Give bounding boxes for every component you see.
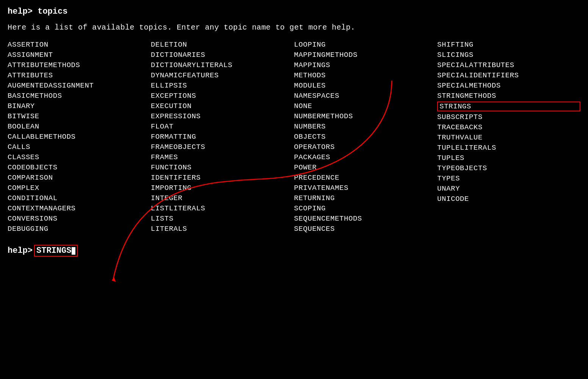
topics-col-4: SHIFTING SLICINGS SPECIALATTRIBUTES SPEC… (437, 40, 580, 233)
svg-marker-0 (111, 278, 116, 282)
topic-augmentedassignment[interactable]: AUGMENTEDASSIGNMENT (8, 81, 151, 90)
topic-contextmanagers[interactable]: CONTEXTMANAGERS (8, 204, 151, 213)
topic-shifting[interactable]: SHIFTING (437, 40, 580, 49)
topic-functions[interactable]: FUNCTIONS (151, 163, 294, 172)
topic-scoping[interactable]: SCOPING (294, 204, 437, 213)
text-cursor (72, 247, 75, 255)
topic-returning[interactable]: RETURNING (294, 194, 437, 203)
bottom-prompt-line: help> STRINGS (8, 245, 580, 257)
topic-basicmethods[interactable]: BASICMETHODS (8, 91, 151, 100)
topic-methods[interactable]: METHODS (294, 71, 437, 80)
topic-packages[interactable]: PACKAGES (294, 153, 437, 162)
strings-input-text: STRINGS (36, 246, 71, 255)
topic-attributemethods[interactable]: ATTRIBUTEMETHODS (8, 61, 151, 70)
topic-truthvalue[interactable]: TRUTHVALUE (437, 133, 580, 142)
topic-namespaces[interactable]: NAMESPACES (294, 91, 437, 100)
topic-identifiers[interactable]: IDENTIFIERS (151, 173, 294, 182)
strings-input-box[interactable]: STRINGS (34, 245, 78, 257)
topic-frameobjects[interactable]: FRAMEOBJECTS (151, 143, 294, 152)
topic-integer[interactable]: INTEGER (151, 194, 294, 203)
topic-mappingmethods[interactable]: MAPPINGMETHODS (294, 50, 437, 60)
topic-privatenames[interactable]: PRIVATENAMES (294, 183, 437, 193)
topics-grid: ASSERTION ASSIGNMENT ATTRIBUTEMETHODS AT… (8, 40, 580, 233)
topic-conversions[interactable]: CONVERSIONS (8, 214, 151, 223)
topic-conditional[interactable]: CONDITIONAL (8, 194, 151, 203)
topic-power[interactable]: POWER (294, 163, 437, 172)
topic-dynamicfeatures[interactable]: DYNAMICFEATURES (151, 71, 294, 80)
topic-specialmethods[interactable]: SPECIALMETHODS (437, 81, 580, 90)
topic-tracebacks[interactable]: TRACEBACKS (437, 123, 580, 132)
topic-frames[interactable]: FRAMES (151, 153, 294, 162)
topic-assignment[interactable]: ASSIGNMENT (8, 50, 151, 60)
topic-numbers[interactable]: NUMBERS (294, 122, 437, 131)
topic-operators[interactable]: OPERATORS (294, 143, 437, 152)
topic-listliterals[interactable]: LISTLITERALS (151, 204, 294, 213)
topic-specialattributes[interactable]: SPECIALATTRIBUTES (437, 61, 580, 70)
topic-boolean[interactable]: BOOLEAN (8, 122, 151, 131)
topics-col-3: LOOPING MAPPINGMETHODS MAPPINGS METHODS … (294, 40, 437, 233)
topic-slicings[interactable]: SLICINGS (437, 50, 580, 60)
topic-comparison[interactable]: COMPARISON (8, 173, 151, 182)
topic-binary[interactable]: BINARY (8, 102, 151, 111)
topic-exceptions[interactable]: EXCEPTIONS (151, 91, 294, 100)
topic-float[interactable]: FLOAT (151, 122, 294, 131)
topic-sequences[interactable]: SEQUENCES (294, 224, 437, 233)
topics-col-1: ASSERTION ASSIGNMENT ATTRIBUTEMETHODS AT… (8, 40, 151, 233)
topic-classes[interactable]: CLASSES (8, 153, 151, 162)
topic-specialidentifiers[interactable]: SPECIALIDENTIFIERS (437, 71, 580, 80)
topic-debugging[interactable]: DEBUGGING (8, 224, 151, 233)
topic-bitwise[interactable]: BITWISE (8, 112, 151, 121)
topic-execution[interactable]: EXECUTION (151, 102, 294, 111)
topic-deletion[interactable]: DELETION (151, 40, 294, 49)
topic-assertion[interactable]: ASSERTION (8, 40, 151, 49)
topic-calls[interactable]: CALLS (8, 143, 151, 152)
topic-literals[interactable]: LITERALS (151, 224, 294, 233)
topic-tupleliterals[interactable]: TUPLELITERALS (437, 143, 580, 152)
topic-tuples[interactable]: TUPLES (437, 153, 580, 163)
topic-unary[interactable]: UNARY (437, 184, 580, 193)
topic-numbermethods[interactable]: NUMBERMETHODS (294, 112, 437, 121)
topic-formatting[interactable]: FORMATTING (151, 132, 294, 141)
topic-subscripts[interactable]: SUBSCRIPTS (437, 113, 580, 122)
topic-ellipsis[interactable]: ELLIPSIS (151, 81, 294, 90)
topic-attributes[interactable]: ATTRIBUTES (8, 71, 151, 80)
topic-codeobjects[interactable]: CODEOBJECTS (8, 163, 151, 172)
topic-looping[interactable]: LOOPING (294, 40, 437, 49)
prompt-prefix: help> (8, 246, 33, 255)
topic-modules[interactable]: MODULES (294, 81, 437, 90)
topic-objects[interactable]: OBJECTS (294, 132, 437, 141)
topic-none[interactable]: NONE (294, 102, 437, 111)
topic-expressions[interactable]: EXPRESSIONS (151, 112, 294, 121)
topic-types[interactable]: TYPES (437, 174, 580, 183)
topic-sequencemethods[interactable]: SEQUENCEMETHODS (294, 214, 437, 223)
topic-lists[interactable]: LISTS (151, 214, 294, 223)
topic-strings-highlighted[interactable]: STRINGS (437, 102, 580, 111)
topic-unicode[interactable]: UNICODE (437, 194, 580, 204)
help-text: Here is a list of available topics. Ente… (8, 23, 580, 32)
topic-typeobjects[interactable]: TYPEOBJECTS (437, 164, 580, 173)
prompt-line-1: help> topics (8, 7, 580, 16)
topics-col-2: DELETION DICTIONARIES DICTIONARYLITERALS… (151, 40, 294, 233)
topic-mappings[interactable]: MAPPINGS (294, 61, 437, 70)
topic-precedence[interactable]: PRECEDENCE (294, 173, 437, 182)
topic-dictionaryliterals[interactable]: DICTIONARYLITERALS (151, 61, 294, 70)
topic-dictionaries[interactable]: DICTIONARIES (151, 50, 294, 60)
topic-stringmethods[interactable]: STRINGMETHODS (437, 91, 580, 100)
topic-importing[interactable]: IMPORTING (151, 183, 294, 193)
topic-callablemethods[interactable]: CALLABLEMETHODS (8, 132, 151, 141)
terminal-window: help> topics Here is a list of available… (8, 7, 580, 257)
topic-complex[interactable]: COMPLEX (8, 183, 151, 193)
